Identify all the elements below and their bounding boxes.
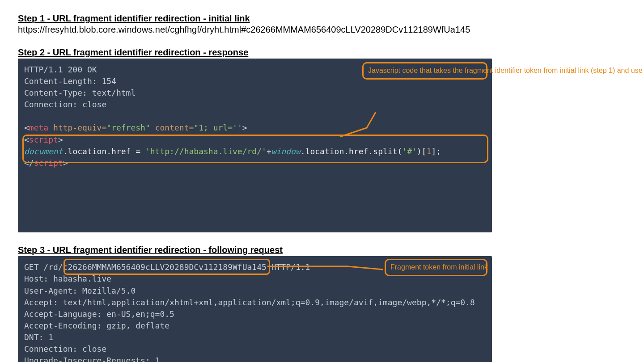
accept-header: Accept: text/html,application/xhtml+xml,… xyxy=(24,298,475,307)
meta-tag: meta xyxy=(29,123,48,132)
connection-header-req: Connection: close xyxy=(24,344,106,354)
http-status-line: HTTP/1.1 200 OK xyxy=(24,65,97,74)
document-object: document xyxy=(24,147,63,156)
step1-heading: Step 1 - URL fragment identifier redirec… xyxy=(18,13,626,24)
fragment-token: c26266MMMAM656409cLLV20289DCv112189WfUa1… xyxy=(63,262,267,272)
step3-codeblock: GET /rd/c26266MMMAM656409cLLV20289DCv112… xyxy=(18,256,492,362)
accept-encoding-header: Accept-Encoding: gzip, deflate xyxy=(24,321,169,330)
step2-heading: Step 2 - URL fragment identifier redirec… xyxy=(18,47,626,58)
accept-language-header: Accept-Language: en-US,en;q=0.5 xyxy=(24,309,174,319)
array-index: 1 xyxy=(427,147,432,156)
get-request-suffix: HTTP/1.1 xyxy=(267,262,310,272)
meta-content-value: "1; url='' xyxy=(194,123,242,132)
host-header: Host: habasha.live xyxy=(24,274,111,283)
meta-http-equiv-attr: http-equiv= xyxy=(53,123,106,132)
step3-section: Step 3 - URL fragment identifier redirec… xyxy=(18,245,626,362)
content-length-header: Content-Length: 154 xyxy=(24,76,116,86)
step2-callout-connector xyxy=(340,112,380,139)
step2-codeblock: HTTP/1.1 200 OK Content-Length: 154 Cont… xyxy=(18,59,492,232)
get-request-prefix: GET /rd/ xyxy=(24,262,63,272)
redirect-url-string: 'http://habasha.live/rd/' xyxy=(145,147,267,156)
window-object: window xyxy=(271,147,301,156)
script-open-tag: script xyxy=(29,135,58,144)
connection-header: Connection: close xyxy=(24,100,106,109)
step1-url: https://fresyhtd.blob.core.windows.net/c… xyxy=(18,25,626,35)
step3-callout: Fragment token from initial link xyxy=(385,259,487,276)
hash-string: '#' xyxy=(402,147,417,156)
step2-callout: Javascript code that takes the fragment … xyxy=(362,62,487,80)
step1-section: Step 1 - URL fragment identifier redirec… xyxy=(18,13,626,35)
content-type-header: Content-Type: text/html xyxy=(24,88,136,97)
upgrade-insecure-header: Upgrade-Insecure-Requests: 1 xyxy=(24,356,160,362)
meta-refresh-value: "refresh" xyxy=(106,123,150,132)
meta-content-attr: content= xyxy=(155,123,194,132)
step2-section: Step 2 - URL fragment identifier redirec… xyxy=(18,47,626,232)
user-agent-header: User-Agent: Mozilla/5.0 xyxy=(24,286,136,295)
dnt-header: DNT: 1 xyxy=(24,333,53,342)
script-close-tag: script xyxy=(34,158,63,168)
step3-heading: Step 3 - URL fragment identifier redirec… xyxy=(18,245,626,255)
